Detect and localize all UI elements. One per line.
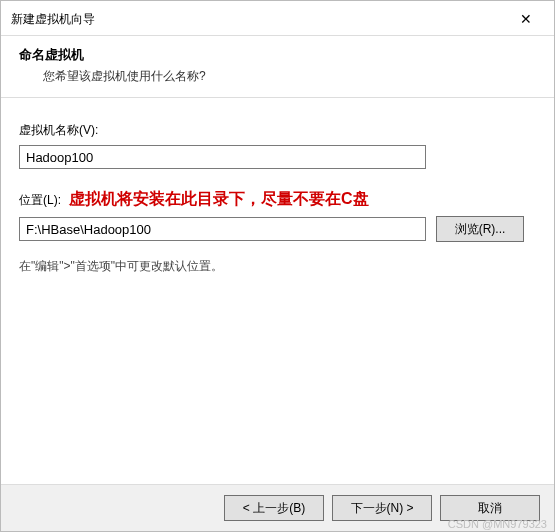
titlebar: 新建虚拟机向导 ✕ (1, 1, 554, 36)
vm-name-input[interactable] (19, 145, 426, 169)
cancel-button[interactable]: 取消 (440, 495, 540, 521)
default-location-note: 在"编辑">"首选项"中可更改默认位置。 (19, 258, 536, 275)
next-button[interactable]: 下一步(N) > (332, 495, 432, 521)
content-area: 虚拟机名称(V): 位置(L): 虚拟机将安装在此目录下，尽量不要在C盘 浏览(… (1, 98, 554, 484)
vm-name-label: 虚拟机名称(V): (19, 122, 536, 139)
back-button[interactable]: < 上一步(B) (224, 495, 324, 521)
close-icon: ✕ (520, 11, 532, 27)
page-subtitle: 您希望该虚拟机使用什么名称? (43, 68, 542, 85)
location-row: 浏览(R)... (19, 216, 536, 242)
wizard-window: 新建虚拟机向导 ✕ 命名虚拟机 您希望该虚拟机使用什么名称? 虚拟机名称(V):… (0, 0, 555, 532)
footer: < 上一步(B) 下一步(N) > 取消 (1, 484, 554, 531)
window-title: 新建虚拟机向导 (11, 11, 95, 28)
browse-button[interactable]: 浏览(R)... (436, 216, 524, 242)
header-block: 命名虚拟机 您希望该虚拟机使用什么名称? (1, 36, 554, 98)
location-input[interactable] (19, 217, 426, 241)
close-button[interactable]: ✕ (508, 7, 544, 31)
location-label: 位置(L): (19, 192, 61, 209)
page-title: 命名虚拟机 (19, 46, 542, 64)
annotation-text: 虚拟机将安装在此目录下，尽量不要在C盘 (69, 189, 369, 210)
